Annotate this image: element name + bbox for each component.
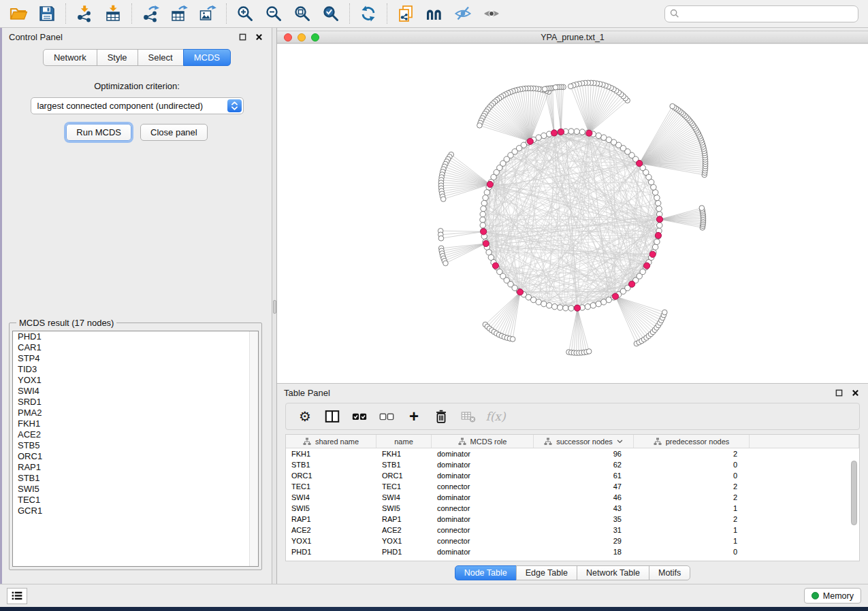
mcds-node-item[interactable]: STB5	[13, 440, 258, 451]
mcds-node-item[interactable]: ACE2	[13, 429, 258, 440]
tab-select[interactable]: Select	[138, 49, 184, 66]
export-image-icon[interactable]	[193, 3, 222, 24]
table-cell: STB1	[376, 461, 432, 469]
close-panel-icon[interactable]	[253, 31, 265, 44]
network-canvas[interactable]	[277, 44, 868, 384]
add-column-icon[interactable]: +	[402, 406, 426, 427]
mcds-node-item[interactable]: SWI5	[13, 484, 258, 495]
column-header-shared-name[interactable]: shared name	[286, 435, 376, 448]
mcds-node-item[interactable]: ORC1	[13, 451, 258, 462]
mcds-node-item[interactable]: STP4	[13, 353, 258, 364]
tab-edge-table[interactable]: Edge Table	[516, 565, 577, 580]
mcds-result-list[interactable]: PHD1CAR1STP4TID3YOX1SWI4SRD1PMA2FKH1ACE2…	[12, 331, 259, 567]
table-cell: connector	[432, 526, 534, 534]
refresh-icon[interactable]	[354, 3, 383, 24]
first-neighbors-icon[interactable]	[420, 3, 449, 24]
mcds-node-item[interactable]: PMA2	[13, 408, 258, 418]
mcds-list-scrollbar[interactable]	[249, 331, 258, 566]
save-icon[interactable]	[33, 3, 61, 24]
table-row[interactable]: ORC1ORC1dominator610	[286, 470, 859, 481]
tab-node-table[interactable]: Node Table	[455, 565, 517, 580]
table-row[interactable]: RAP1RAP1dominator352	[286, 514, 859, 525]
mcds-node-item[interactable]: SRD1	[13, 397, 258, 408]
control-panel-tabs: NetworkStyleSelectMCDS	[2, 49, 272, 66]
search-box[interactable]	[664, 5, 858, 22]
column-header-name[interactable]: name	[376, 435, 432, 448]
table-cell: STB1	[286, 461, 376, 469]
tab-network[interactable]: Network	[43, 49, 97, 66]
mcds-node-item[interactable]: GCR1	[13, 506, 258, 516]
zoom-fit-icon[interactable]	[288, 3, 317, 24]
tab-network-table[interactable]: Network Table	[577, 565, 649, 580]
delete-column-icon[interactable]	[429, 406, 453, 427]
search-input[interactable]	[683, 9, 853, 18]
table-cell: 31	[534, 526, 634, 534]
table-row[interactable]: PHD1PHD1dominator180	[286, 546, 859, 557]
float-panel-icon[interactable]	[236, 31, 248, 44]
mcds-node-item[interactable]: TID3	[13, 364, 258, 375]
clone-network-icon[interactable]	[391, 3, 420, 24]
table-row[interactable]: SWI5SWI5connector431	[286, 503, 859, 514]
zoom-in-icon[interactable]	[231, 3, 259, 24]
hide-selected-icon[interactable]	[449, 3, 477, 24]
panel-splitter[interactable]	[272, 28, 277, 584]
table-header-row: shared namenameMCDS rolesuccessor nodesp…	[286, 435, 859, 448]
optimization-criterion-select[interactable]: largest connected component (undirected)	[31, 97, 244, 114]
table-scrollbar[interactable]	[851, 461, 857, 525]
mcds-node-item[interactable]: YOX1	[13, 375, 258, 386]
network-graph[interactable]	[277, 44, 868, 384]
close-table-panel-icon[interactable]	[849, 386, 861, 399]
table-cell: 61	[534, 472, 634, 480]
table-row[interactable]: SWI4SWI4dominator462	[286, 492, 859, 503]
mcds-node-item[interactable]: CAR1	[13, 342, 258, 353]
mcds-node-item[interactable]: TEC1	[13, 495, 258, 506]
table-cell: dominator	[432, 515, 534, 523]
column-layout-icon[interactable]	[320, 406, 344, 427]
node-table: shared namenameMCDS rolesuccessor nodesp…	[285, 434, 860, 561]
float-table-panel-icon[interactable]	[833, 386, 845, 399]
export-network-icon[interactable]	[136, 3, 165, 24]
column-header-MCDS-role[interactable]: MCDS role	[432, 435, 534, 448]
mcds-node-item[interactable]: PHD1	[13, 331, 258, 342]
table-row[interactable]: FKH1FKH1dominator962	[286, 448, 859, 459]
table-row[interactable]: STB1STB1dominator620	[286, 459, 859, 470]
close-panel-button[interactable]: Close panel	[140, 124, 208, 141]
import-network-icon[interactable]	[70, 3, 99, 24]
zoom-selected-icon[interactable]	[317, 3, 345, 24]
network-window-titlebar[interactable]: YPA_prune.txt_1	[277, 31, 868, 44]
memory-button[interactable]: Memory	[804, 588, 861, 604]
deselect-all-rows-icon[interactable]	[374, 406, 399, 427]
tab-motifs[interactable]: Motifs	[649, 565, 690, 580]
table-cell: PHD1	[376, 548, 432, 556]
open-folder-icon[interactable]	[4, 3, 33, 24]
mcds-node-item[interactable]: STB1	[13, 473, 258, 484]
tab-style[interactable]: Style	[97, 49, 138, 66]
zoom-out-icon[interactable]	[259, 3, 288, 24]
status-bar: Memory	[0, 584, 868, 607]
splitter-grip-icon[interactable]	[273, 300, 276, 314]
column-header-predecessor-nodes[interactable]: predecessor nodes	[634, 435, 750, 448]
table-cell: RAP1	[376, 515, 432, 523]
table-cell: ACE2	[286, 526, 376, 534]
mcds-node-item[interactable]: FKH1	[13, 418, 258, 429]
import-table-icon[interactable]	[99, 3, 127, 24]
mcds-node-item[interactable]: RAP1	[13, 462, 258, 473]
table-row[interactable]: TEC1TEC1connector472	[286, 481, 859, 492]
run-mcds-button[interactable]: Run MCDS	[66, 124, 131, 141]
task-history-button[interactable]	[7, 588, 27, 604]
table-cell: 0	[634, 461, 750, 469]
table-cell: YOX1	[286, 537, 376, 545]
table-cell: dominator	[432, 548, 534, 556]
settings-gear-icon[interactable]: ⚙	[293, 406, 317, 427]
table-cell: dominator	[432, 450, 534, 458]
memory-status-icon	[811, 592, 819, 599]
table-row[interactable]: ACE2ACE2connector311	[286, 525, 859, 535]
mcds-node-item[interactable]: SWI4	[13, 386, 258, 397]
export-table-icon[interactable]	[165, 3, 193, 24]
show-all-icon[interactable]	[477, 3, 506, 24]
column-header-successor-nodes[interactable]: successor nodes	[534, 435, 634, 448]
table-row[interactable]: YOX1YOX1connector291	[286, 535, 859, 546]
select-all-rows-icon[interactable]	[347, 406, 372, 427]
table-cell: 47	[534, 482, 634, 491]
tab-mcds[interactable]: MCDS	[183, 49, 231, 66]
